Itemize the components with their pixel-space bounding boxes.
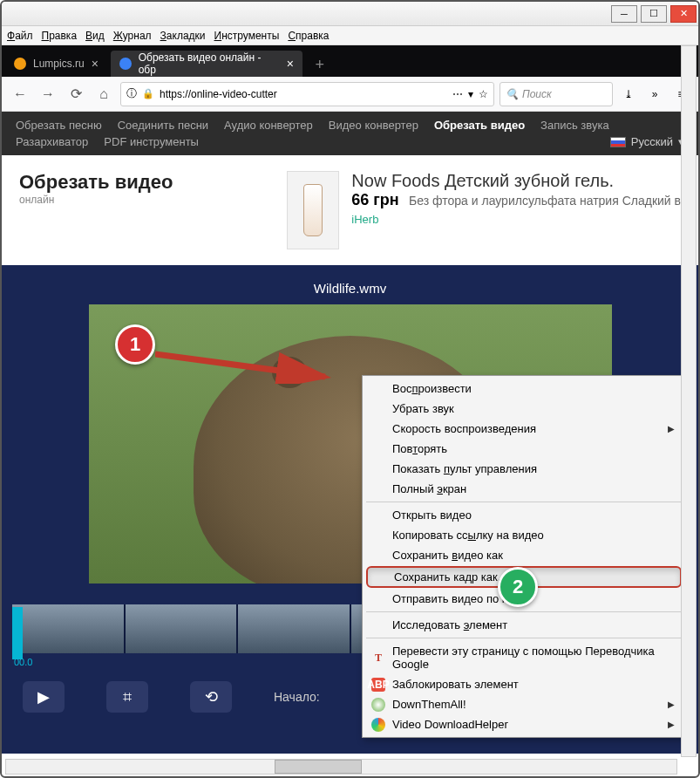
ctx-play[interactable]: Воспроизвести [364,379,683,399]
separator [366,638,682,638]
context-menu: Воспроизвести Убрать звук Скорость воспр… [362,375,686,738]
overflow-button[interactable]: » [644,84,665,105]
ctx-fullscreen[interactable]: Полный экран [364,479,683,499]
site-nav: Обрезать песню Соединить песни Аудио кон… [2,112,698,155]
reload-button[interactable]: ⟳ [65,83,87,106]
vdh-icon [371,718,385,732]
address-toolbar: ← → ⟳ ⌂ ⓘ 🔒 https://online-video-cutter … [2,77,698,112]
separator [366,611,682,612]
menu-file[interactable]: Файл [7,30,33,42]
translate-icon: T [371,651,385,665]
menu-help[interactable]: Справка [288,30,329,42]
back-button[interactable]: ← [9,83,31,106]
nav-item-active[interactable]: Обрезать видео [434,119,525,132]
ctx-translate[interactable]: TПеревести эту страницу с помощью Перево… [364,641,683,674]
forward-button[interactable]: → [37,83,59,106]
ad-image [287,171,339,249]
url-input[interactable]: ⓘ 🔒 https://online-video-cutter ⋯ ▾ ☆ [120,82,494,106]
window-titlebar: ─ ☐ ✕ [2,2,698,26]
tab-label: Обрезать видео онлайн - обр [139,51,280,76]
tab-close-icon[interactable]: × [287,57,294,71]
new-tab-button[interactable]: + [308,52,332,77]
nav-item[interactable]: Обрезать песню [16,119,102,132]
ctx-video-downloadhelper[interactable]: Video DownloadHelper▶ [364,714,683,734]
start-time-label: Начало: [274,690,320,704]
hero-section: Обрезать видео онлайн Now Foods Детский … [2,155,698,265]
flag-ru-icon [610,137,626,147]
crop-button[interactable]: ⌗ [106,681,148,713]
timeline-thumb [12,604,124,653]
bookmark-star-icon[interactable]: ☆ [479,88,488,100]
ctx-repeat[interactable]: Повторять [364,439,683,459]
horizontal-scrollbar[interactable] [5,759,677,775]
video-filename: Wildlife.wmv [2,281,698,296]
minimize-button[interactable]: ─ [611,5,637,23]
language-selector[interactable]: Русский ▾ [610,135,684,148]
lock-icon: 🔒 [142,88,154,99]
adblock-icon: ABP [371,678,385,692]
play-button[interactable]: ▶ [23,681,65,713]
nav-item[interactable]: Аудио конвертер [224,119,313,132]
trim-start-handle[interactable] [12,607,23,659]
menu-bookmarks[interactable]: Закладки [160,30,206,42]
home-button[interactable]: ⌂ [92,83,115,106]
ctx-copy-link[interactable]: Копировать ссылку на видео [364,525,683,545]
favicon-icon [119,58,132,70]
ctx-inspect[interactable]: Исследовать элемент [364,615,683,635]
scrollbar-thumb[interactable] [275,760,362,774]
ctx-speed[interactable]: Скорость воспроизведения▶ [364,419,683,439]
info-icon[interactable]: ⓘ [126,86,137,101]
favicon-icon [14,58,26,70]
separator [366,502,682,502]
rotate-button[interactable]: ⟲ [190,681,232,713]
tab-strip: Lumpics.ru × Обрезать видео онлайн - обр… [2,45,698,77]
menu-tools[interactable]: Инструменты [214,30,280,42]
search-placeholder: Поиск [522,88,552,100]
submenu-arrow-icon: ▶ [668,720,675,729]
menu-view[interactable]: Вид [85,30,105,42]
nav-item[interactable]: Соединить песни [118,119,208,132]
ad-price: 66 грн [351,191,398,209]
search-icon: 🔍 [506,88,519,100]
advertisement[interactable]: Now Foods Детский зубной гель. 66 грн Бе… [287,171,681,249]
nav-item[interactable]: Видео конвертер [329,119,418,132]
reader-icon[interactable]: ▾ [468,88,473,100]
nav-item[interactable]: Запись звука [540,119,609,132]
nav-item[interactable]: PDF инструменты [104,135,199,148]
url-text: https://online-video-cutter [160,88,277,100]
search-input[interactable]: 🔍 Поиск [500,82,613,106]
tab-lumpics[interactable]: Lumpics.ru × [5,51,107,77]
language-label: Русский [631,135,673,148]
ad-desc: Без фтора и лаурилсульфата натрия Сладки… [409,194,681,208]
ctx-show-controls[interactable]: Показать пульт управления [364,459,683,479]
annotation-marker-1: 1 [115,324,155,365]
page-subtitle: онлайн [19,194,173,206]
ctx-save-video[interactable]: Сохранить видео как [364,545,683,565]
ctx-open-video[interactable]: Открыть видео [364,505,683,525]
ctx-block-element[interactable]: ABPЗаблокировать элемент [364,674,683,694]
downloads-button[interactable]: ⤓ [618,84,639,105]
submenu-arrow-icon: ▶ [668,424,675,433]
timeline-thumb [126,604,237,653]
menu-history[interactable]: Журнал [113,30,152,42]
page-title: Обрезать видео [19,171,173,194]
timeline-thumb [238,604,350,653]
ctx-downthemall[interactable]: DownThemAll!▶ [364,694,683,714]
browser-menubar: Файл Правка Вид Журнал Закладки Инструме… [2,26,698,45]
ad-title: Now Foods Детский зубной гель. [351,171,681,191]
ad-brand: iHerb [351,213,681,226]
ctx-mute[interactable]: Убрать звук [364,399,683,419]
close-button[interactable]: ✕ [670,5,697,23]
tab-close-icon[interactable]: × [92,57,99,71]
maximize-button[interactable]: ☐ [641,5,667,23]
tab-video-cutter[interactable]: Обрезать видео онлайн - обр × [111,51,302,77]
page-actions-icon[interactable]: ⋯ [452,88,463,100]
submenu-arrow-icon: ▶ [668,700,675,709]
tab-label: Lumpics.ru [33,58,85,70]
nav-item[interactable]: Разархиватор [16,135,88,148]
dta-icon [371,698,385,712]
vertical-scrollbar[interactable] [681,45,697,757]
menu-edit[interactable]: Правка [42,30,78,42]
annotation-marker-2: 2 [498,567,538,607]
